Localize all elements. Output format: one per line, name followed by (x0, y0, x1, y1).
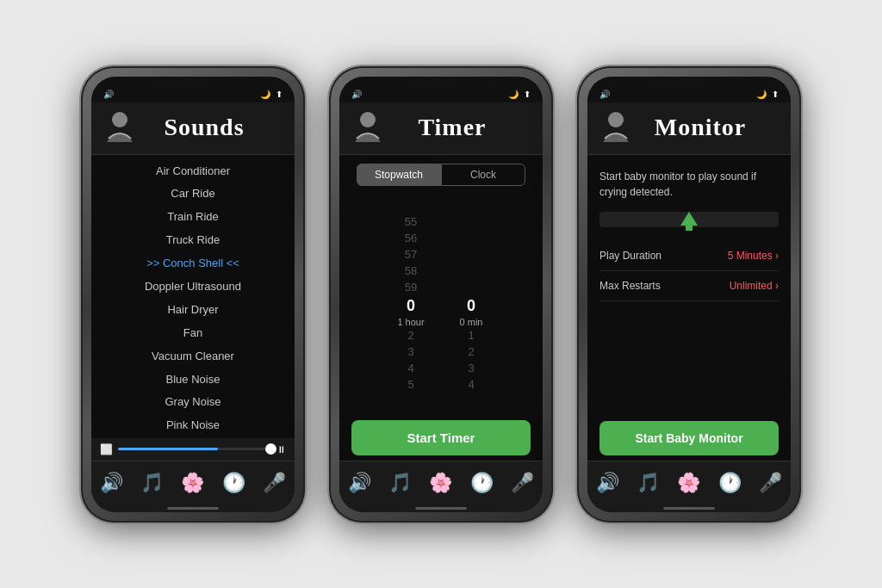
svg-point-2 (608, 112, 624, 127)
picker-m-2: 2 (460, 344, 483, 360)
playback-track[interactable] (118, 448, 271, 450)
sound-truck-ride[interactable]: Truck Ride (91, 229, 295, 252)
nav-baby-2[interactable]: 🌸 (425, 467, 457, 498)
play-duration-value: 5 Minutes › (728, 250, 779, 262)
phone-frame-1: 🔊 🌙 ⬆ Sounds (81, 66, 305, 523)
playback-bar: ⬜ ⏸ (91, 438, 295, 461)
nav-baby[interactable]: 🌸 (177, 467, 208, 498)
picker-mins-numbers: - - - - - 0 0 min 1 2 3 4 (460, 214, 483, 393)
nav-mic-3[interactable]: 🎤 (755, 467, 786, 498)
nav-timer[interactable]: 🕐 (218, 467, 249, 498)
picker-mins-label: 0 min (460, 317, 483, 327)
share-icon-3: ⬆ (772, 90, 779, 99)
svg-rect-4 (686, 226, 693, 231)
picker-hours-numbers: 55 56 57 58 59 0 1 hour 2 3 4 5 (397, 214, 424, 393)
phone-screen-monitor: 🔊 🌙 ⬆ Monitor Start baby (587, 77, 791, 512)
timer-header: Timer (339, 102, 543, 155)
nav-music-2[interactable]: 🎵 (385, 467, 416, 498)
nav-sounds[interactable]: 🔊 (96, 467, 127, 498)
nav-sounds-3[interactable]: 🔊 (593, 467, 624, 498)
sound-train-ride[interactable]: Train Ride (91, 206, 295, 229)
home-indicator-3 (587, 505, 791, 512)
picker-m-0: 0 (460, 295, 483, 317)
sound-hair-dryer[interactable]: Hair Dryer (91, 299, 295, 322)
cast-icon[interactable]: ⬜ (100, 443, 113, 455)
sound-air-conditioner[interactable]: Air Conditioner (91, 160, 295, 183)
picker-hours-col: 55 56 57 58 59 0 1 hour 2 3 4 5 (381, 214, 441, 393)
nav-sounds-2[interactable]: 🔊 (345, 467, 376, 498)
svg-point-1 (360, 112, 376, 127)
picker-hours-label: 1 hour (397, 317, 424, 327)
phone-frame-2: 🔊 🌙 ⬆ Timer (329, 66, 553, 523)
sound-fan[interactable]: Fan (91, 322, 295, 345)
playback-fill (118, 448, 218, 450)
notch-2 (407, 77, 475, 96)
nav-baby-3[interactable]: 🌸 (674, 467, 705, 498)
baby-logo-1 (100, 108, 140, 147)
slider-thumb (679, 208, 699, 232)
svg-point-0 (112, 112, 127, 127)
sound-conch-shell[interactable]: >> Conch Shell << (91, 252, 295, 275)
nav-mic-2[interactable]: 🎤 (506, 467, 537, 498)
picker-m-1: 1 (460, 327, 483, 344)
home-bar-3 (663, 507, 715, 510)
start-monitor-button[interactable]: Start Baby Monitor (599, 421, 779, 455)
sound-doppler[interactable]: Doppler Ultrasound (91, 275, 295, 299)
picker-mins-col: - - - - - 0 0 min 1 2 3 4 (441, 214, 501, 393)
sound-blue-noise[interactable]: Blue Noise (91, 368, 295, 392)
sound-gray-noise[interactable]: Gray Noise (91, 391, 295, 414)
picker-h-2: 2 (397, 327, 424, 344)
nav-timer-3[interactable]: 🕐 (714, 467, 745, 498)
moon-icon-3: 🌙 (756, 90, 767, 99)
baby-logo-2 (348, 108, 388, 147)
max-restarts-label: Max Restarts (599, 280, 661, 292)
sound-vacuum[interactable]: Vacuum Cleaner (91, 345, 295, 368)
home-indicator-1 (91, 505, 295, 512)
notch-1 (158, 77, 227, 96)
nav-timer-2[interactable]: 🕐 (466, 467, 497, 498)
picker-h-58: 58 (397, 263, 424, 279)
monitor-title: Monitor (636, 114, 765, 141)
pause-button[interactable]: ⏸ (276, 444, 286, 455)
picker-h-55: 55 (397, 214, 424, 230)
phone-sounds: 🔊 🌙 ⬆ Sounds (81, 66, 305, 523)
setting-max-restarts[interactable]: Max Restarts Unlimited › (599, 271, 779, 301)
sound-car-ride[interactable]: Car Ride (91, 183, 295, 206)
picker-h-57: 57 (397, 246, 424, 263)
bottom-nav-2: 🔊 🎵 🌸 🕐 🎤 (339, 461, 543, 505)
nav-mic[interactable]: 🎤 (258, 467, 289, 498)
playback-thumb (265, 443, 276, 455)
nav-music-3[interactable]: 🎵 (633, 467, 664, 498)
nav-music[interactable]: 🎵 (137, 467, 168, 498)
bottom-nav-1: 🔊 🎵 🌸 🕐 🎤 (91, 461, 295, 505)
home-bar-2 (415, 507, 467, 510)
picker-h-59: 59 (397, 279, 424, 295)
timer-tabs: Stopwatch Clock (339, 155, 543, 195)
home-indicator-2 (339, 505, 543, 512)
status-left-1: 🔊 (103, 90, 114, 99)
slider-track (599, 212, 779, 227)
svg-marker-3 (680, 212, 698, 226)
phone-monitor: 🔊 🌙 ⬆ Monitor Start baby (577, 66, 801, 523)
setting-play-duration[interactable]: Play Duration 5 Minutes › (599, 241, 779, 271)
start-timer-button[interactable]: Start Timer (351, 420, 531, 455)
phone-screen-sounds: 🔊 🌙 ⬆ Sounds (91, 77, 295, 512)
sensitivity-slider[interactable] (587, 208, 791, 236)
picker-m-3: 3 (460, 360, 483, 376)
volume-icon-3: 🔊 (599, 90, 610, 99)
status-left-3: 🔊 (599, 90, 610, 99)
phone-screen-timer: 🔊 🌙 ⬆ Timer (339, 77, 543, 512)
timer-picker[interactable]: 55 56 57 58 59 0 1 hour 2 3 4 5 (339, 195, 543, 412)
tab-clock[interactable]: Clock (441, 164, 525, 186)
status-right-3: 🌙 ⬆ (756, 90, 779, 99)
max-restarts-value: Unlimited › (730, 280, 779, 292)
sound-pink-noise[interactable]: Pink Noise (91, 414, 295, 437)
picker-h-5: 5 (397, 376, 424, 393)
share-icon-1: ⬆ (276, 90, 283, 99)
baby-logo-3 (596, 108, 636, 147)
sounds-header: Sounds (91, 102, 295, 155)
tab-stopwatch[interactable]: Stopwatch (357, 164, 441, 186)
timer-content: Stopwatch Clock 55 56 57 58 59 0 (339, 155, 543, 461)
play-duration-label: Play Duration (599, 250, 662, 262)
phone-timer: 🔊 🌙 ⬆ Timer (329, 66, 553, 523)
